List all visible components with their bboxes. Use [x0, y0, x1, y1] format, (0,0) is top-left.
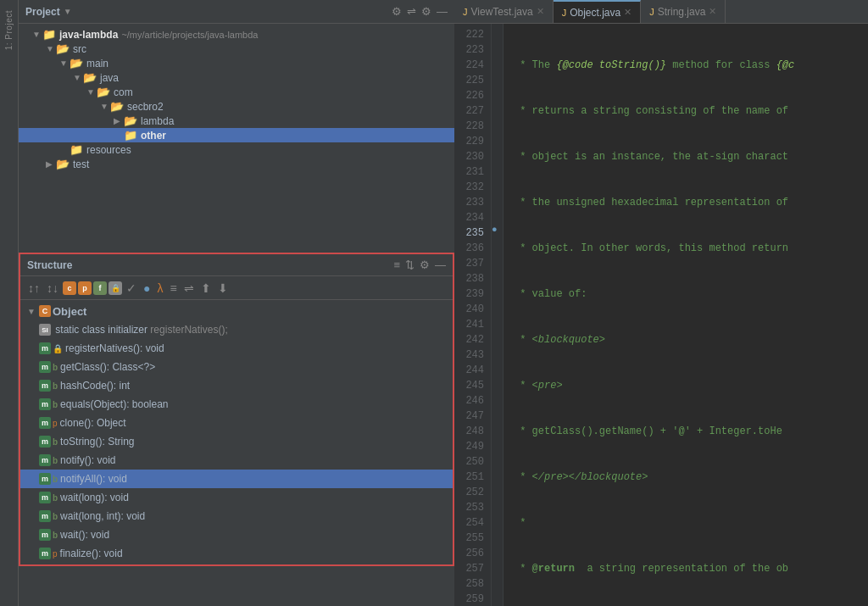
tree-arrow: ▼: [46, 44, 56, 53]
gutter-line: [492, 512, 503, 527]
struct-item-hashcode[interactable]: m b hashCode(): int: [20, 376, 453, 395]
line-num: 225: [458, 73, 484, 88]
line-num: 241: [458, 317, 484, 332]
align-left-icon[interactable]: ≡: [167, 281, 179, 296]
structure-title: Structure: [27, 259, 393, 271]
minimize-icon[interactable]: —: [437, 5, 448, 18]
line-num: 236: [458, 241, 484, 256]
struct-class-name: Object: [53, 305, 86, 318]
line-num: 259: [458, 592, 484, 606]
gutter-line: [492, 253, 503, 268]
visibility-icon: p: [53, 549, 58, 559]
method-badge: m: [39, 436, 51, 448]
tab-string[interactable]: J String.java ✕: [641, 0, 726, 23]
struct-label: toString(): String: [60, 436, 134, 448]
struct-minimize-icon[interactable]: —: [435, 259, 446, 271]
struct-item-wait-long-int[interactable]: m b wait(long, int): void: [20, 507, 453, 525]
tree-item-src[interactable]: ▼ 📂 src: [19, 42, 454, 56]
struct-item-root[interactable]: ▼ C Object: [20, 302, 453, 320]
code-line: * object. In other words, this method re…: [514, 241, 868, 256]
struct-item-notifyall[interactable]: m b notifyAll(): void: [20, 470, 453, 488]
project-arrow[interactable]: ▼: [64, 7, 72, 16]
sort-type-icon[interactable]: ↕↓: [44, 281, 61, 296]
tab-close-icon[interactable]: ✕: [709, 6, 716, 17]
struct-item-notify[interactable]: m b notify(): void: [20, 451, 453, 470]
gutter-line: [492, 527, 503, 542]
struct-item-wait-long[interactable]: m b wait(long): void: [20, 488, 453, 507]
tab-viewtest[interactable]: J ViewTest.java ✕: [454, 0, 554, 23]
gutter-line: [492, 176, 503, 192]
settings-icon[interactable]: ⚙: [392, 5, 402, 18]
struct-sort-icon[interactable]: ≡: [393, 259, 400, 271]
project-stripe-label: 1: Project: [4, 10, 14, 50]
tree-item-test[interactable]: ▶ 📂 test: [19, 157, 454, 171]
struct-item-finalize[interactable]: m p finalize(): void: [20, 544, 453, 563]
filter-property-icon[interactable]: p: [78, 281, 92, 295]
method-badge: m: [39, 342, 51, 354]
method-badge: m: [39, 548, 51, 559]
gutter-line: [492, 359, 503, 375]
struct-order-icon[interactable]: ⇅: [405, 259, 415, 271]
tree-item-java-lambda[interactable]: ▼ 📁 java-lambda ~/my/article/projects/ja…: [19, 27, 454, 42]
align-right-icon[interactable]: ⇌: [181, 281, 197, 296]
gutter-line: [492, 283, 503, 298]
line-num: 251: [458, 470, 484, 485]
tree-item-other[interactable]: 📁 other: [19, 128, 454, 142]
struct-item-getclass[interactable]: m b getClass(): Class<?>: [20, 358, 453, 376]
struct-label: hashCode(): int: [60, 380, 130, 392]
gutter-line: [492, 146, 503, 161]
method-badge: m: [39, 529, 51, 541]
filter-class-icon[interactable]: c: [63, 281, 76, 295]
gutter-line: [492, 542, 503, 558]
visibility-icon: b: [53, 512, 58, 521]
tree-item-resources[interactable]: 📁 resources: [19, 142, 454, 157]
gutter-breakpoint: ●: [492, 222, 503, 237]
struct-item-wait[interactable]: m b wait(): void: [20, 525, 453, 544]
struct-item-register-natives[interactable]: m 🔒 registerNatives(): void: [20, 339, 453, 358]
tree-arrow: ▼: [32, 30, 42, 39]
filter-field-icon[interactable]: f: [93, 281, 107, 295]
code-area[interactable]: 222 223 224 225 226 227 228 229 230 231 …: [454, 24, 868, 606]
gutter-line: [492, 588, 503, 603]
tree-item-com[interactable]: ▼ 📂 com: [19, 85, 454, 99]
sort-alpha-icon[interactable]: ↕↑: [25, 281, 42, 296]
tree-item-lambda[interactable]: ▶ 📂 lambda: [19, 114, 454, 128]
visibility-icon: b: [53, 531, 58, 540]
tab-close-icon[interactable]: ✕: [624, 7, 632, 18]
tree-item-java[interactable]: ▼ 📂 java: [19, 70, 454, 85]
options-icon[interactable]: ⚙: [421, 5, 431, 18]
tree-label: java: [100, 72, 119, 84]
visibility-icon: b: [53, 456, 58, 465]
struct-label: equals(Object): boolean: [60, 398, 168, 410]
struct-item-tostring[interactable]: m b toString(): String: [20, 432, 453, 451]
layout-icon[interactable]: ⇌: [407, 5, 416, 18]
tree-item-secbro2[interactable]: ▼ 📂 secbro2: [19, 99, 454, 114]
tree-item-main[interactable]: ▼ 📂 main: [19, 56, 454, 70]
struct-item-clone[interactable]: m p clone(): Object: [20, 414, 453, 432]
filter-lambda-icon[interactable]: λ: [154, 281, 165, 296]
gutter-line: [492, 69, 503, 85]
code-line: *: [514, 515, 868, 531]
struct-settings-icon[interactable]: ⚙: [420, 259, 430, 271]
tree-label: src: [73, 43, 86, 55]
gutter-line: [492, 192, 503, 207]
tab-close-icon[interactable]: ✕: [537, 6, 544, 17]
struct-label: finalize(): void: [60, 548, 123, 559]
scroll-down-icon[interactable]: ⬇: [215, 281, 231, 296]
line-num: 237: [458, 256, 484, 271]
tree-label: java-lambda: [59, 29, 118, 41]
filter-check-icon[interactable]: ✓: [124, 281, 139, 296]
scroll-up-icon[interactable]: ⬆: [198, 281, 214, 296]
tree-arrow: [59, 145, 70, 154]
gutter-line: [492, 54, 503, 69]
gutter-line: [492, 131, 503, 146]
filter-lock-icon[interactable]: 🔒: [108, 281, 122, 295]
struct-item-static-init[interactable]: SI static class initializer registerNati…: [20, 320, 453, 339]
gutter-line: [492, 344, 503, 359]
filter-circle-icon[interactable]: ●: [141, 281, 153, 296]
struct-item-equals[interactable]: m b equals(Object): boolean: [20, 395, 453, 414]
line-num: 226: [458, 88, 484, 103]
gutter-line: [492, 298, 503, 314]
tab-object[interactable]: J Object.java ✕: [554, 0, 642, 23]
tree-arrow: ▼: [73, 73, 83, 82]
